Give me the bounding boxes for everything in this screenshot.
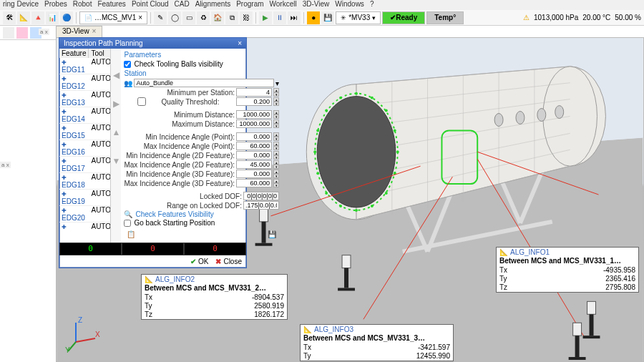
min-ang-3d-input[interactable] [236,170,272,178]
parameters-heading: Parameters [124,50,279,59]
view-tabs: 3D-View× [56,26,102,37]
menu-[interactable]: ? [370,0,374,10]
save-icon[interactable]: 💾 [321,11,334,24]
menu-cad[interactable]: CAD [175,0,190,10]
tool-icon[interactable]: ⛓ [240,11,253,24]
feature-row[interactable]: EDG12AUTO [59,74,110,91]
inspection-path-dialog[interactable]: Inspection Path Planning × Feature Tool … [59,37,247,268]
tool-icon[interactable]: ◯ [168,11,181,24]
tool-icon[interactable]: ✎ [154,11,167,24]
menu-workcell[interactable]: Workcell [270,0,297,10]
tool-icon[interactable]: 📊 [46,11,59,24]
tool-icon[interactable]: 🛠 [3,11,16,24]
max-ang-3d-input[interactable] [236,179,272,187]
feature-row[interactable]: EDG14AUTO [59,107,110,124]
menu-bar: ring DeviceProbesRobotFeaturesPoint Clou… [0,0,644,10]
col-feature[interactable]: Feature [59,49,89,58]
menu-program[interactable]: Program [236,0,263,10]
feature-row[interactable]: EDG17AUTO [59,157,110,173]
main-toolbar: 🛠 📐 🔺 📊 🔵 📄 …MCS_MV1 × ✎ ◯ ▭ ♻ 🏠 ⧉ ⛓ ▶ ⏸… [0,10,644,26]
axis-gizmo: Z X Y [65,317,101,353]
mini-icon[interactable] [16,27,28,39]
arrow-left-icon[interactable]: ◀ [111,70,121,80]
menu-pointcloud[interactable]: Point Cloud [132,0,169,10]
feature-row[interactable]: EDG11AUTO [59,58,110,74]
alg-info-2[interactable]: 📐ALG_INFO2 Between MCS and MCS_MV331_2… … [141,274,288,320]
col-tool[interactable]: Tool [89,49,110,58]
quality-input[interactable] [236,97,272,106]
tool-icon[interactable]: ⧉ [225,11,238,24]
alg-info-3[interactable]: 📐ALG_INFO3 Between MCS and MCS_MV331_3… … [300,324,454,361]
step-icon[interactable]: ⏭ [288,11,301,24]
svg-point-23 [537,109,546,122]
feature-row[interactable]: EDG20AUTO [59,206,110,222]
min-dist-input[interactable] [236,110,272,119]
station-dropdown[interactable] [134,79,274,87]
go-back-checkbox[interactable] [124,220,131,227]
min-per-station-input[interactable] [236,88,272,97]
svg-point-8 [543,67,597,166]
alg-info-1[interactable]: 📐ALG_INFO1 Between MCS and MCS_MV331_1… … [496,247,639,293]
pause-icon[interactable]: ⏸ [273,11,286,24]
dialog-title-bar[interactable]: Inspection Path Planning × [59,38,246,49]
svg-point-40 [355,209,358,212]
tool-icon[interactable]: ♻ [197,11,210,24]
quality-checkbox[interactable] [124,97,160,106]
feature-row[interactable]: EDG18AUTO [59,173,110,190]
min-ang-pt-input[interactable] [236,132,272,141]
arrow-down-icon[interactable]: ▼ [111,156,121,166]
svg-rect-51 [342,255,351,268]
panel-pin[interactable]: a x [0,162,11,168]
save-floppy-icon[interactable]: 💾 [268,230,276,238]
tool-icon[interactable]: 🔺 [31,11,44,24]
min-ang-2d-input[interactable] [236,151,272,160]
panel-pin[interactable]: a x [39,29,49,35]
max-ang-2d-input[interactable] [236,160,272,169]
tool-icon[interactable]: ▭ [182,11,195,24]
close-icon[interactable]: × [238,39,242,47]
svg-point-36 [396,150,399,153]
arrow-right-icon[interactable]: ▶ [111,99,121,109]
check-features-link[interactable]: Check Features Visibility [135,210,213,218]
range-dof-input[interactable] [243,201,279,210]
menu-probes[interactable]: Probes [44,0,67,10]
feature-row[interactable]: EDG16AUTO [59,140,110,157]
mv-dropdown[interactable]: ✳ *MV33 ▾ [336,11,381,24]
document-tab[interactable]: 📄 …MCS_MV1 × [79,11,147,24]
max-ang-pt-input[interactable] [236,142,272,150]
svg-point-30 [325,109,328,112]
record-icon[interactable]: ● [307,11,320,24]
tool-icon[interactable]: 🔵 [60,11,73,24]
feature-row[interactable]: EDG13AUTO [59,91,110,107]
station-heading: Station [124,69,279,78]
menu-windows[interactable]: Windows [335,0,364,10]
warning-icon: ⚠ [523,14,530,21]
feature-row[interactable]: EDG28AUTO [59,222,110,230]
locked-dof-input[interactable] [243,192,279,200]
menu-dview[interactable]: 3D-View [303,0,330,10]
parameters-panel: Parameters Check Tooling Balls visibilit… [121,49,282,243]
svg-rect-52 [344,268,348,288]
arrow-up-icon[interactable]: ▲ [111,127,121,137]
menu-features[interactable]: Features [97,0,125,10]
svg-point-22 [516,112,525,124]
tool-icon[interactable]: 📐 [17,11,30,24]
counter-bar: 0 0 0 [59,243,246,255]
notes-icon[interactable]: 📋 [127,230,135,238]
menu-alignments[interactable]: Alignments [195,0,230,10]
tab-3d-view[interactable]: 3D-View× [56,26,102,37]
tool-icon[interactable]: 🏠 [211,11,224,24]
arrow-column: ◀ ▶ ▲ ▼ [111,49,121,243]
svg-point-33 [371,97,374,99]
svg-point-39 [371,205,374,207]
max-dist-input[interactable] [236,119,272,128]
feature-row[interactable]: EDG15AUTO [59,124,110,140]
check-tooling-checkbox[interactable] [124,61,131,68]
close-button[interactable]: ✖Close [215,258,242,265]
menu-ringdevice[interactable]: ring Device [3,0,39,10]
mini-icon[interactable] [3,27,14,39]
ok-button[interactable]: ✔OK [190,258,208,265]
feature-row[interactable]: EDG19AUTO [59,190,110,206]
play-icon[interactable]: ▶ [259,11,272,24]
menu-robot[interactable]: Robot [73,0,92,10]
